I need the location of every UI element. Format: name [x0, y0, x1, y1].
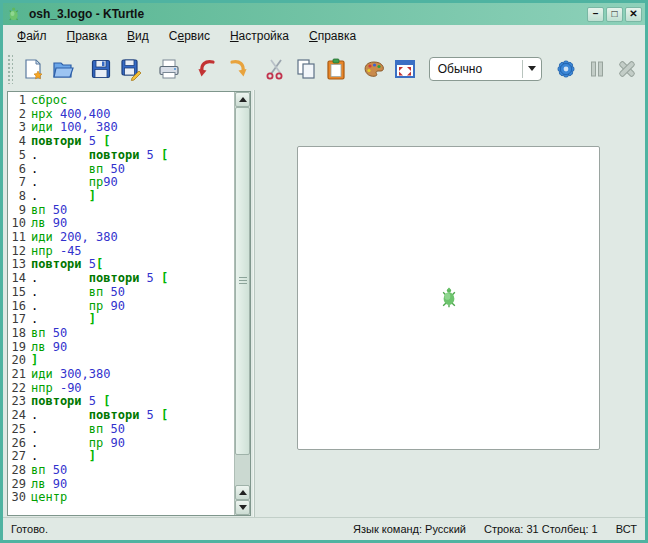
close-icon[interactable]: ✕: [625, 7, 642, 22]
print-icon[interactable]: [155, 54, 183, 84]
code-line: 26. пр 90: [10, 437, 234, 451]
code-line: 22нпр -90: [10, 382, 234, 396]
code-line: 14. повтори 5 [: [10, 272, 234, 286]
run-speed-combobox[interactable]: Обычно: [429, 57, 542, 81]
fullscreen-icon[interactable]: [390, 54, 418, 84]
window-title: osh_3.logo - KTurtle: [29, 7, 585, 21]
menu-help[interactable]: Справка: [301, 27, 364, 45]
menu-bar: Файл Правка Вид Сервис Настройка Справка: [3, 25, 645, 47]
scroll-up2-icon[interactable]: [235, 485, 250, 500]
menu-tools[interactable]: Сервис: [161, 27, 218, 45]
save-icon[interactable]: [87, 54, 115, 84]
run-speed-value: Обычно: [430, 62, 522, 76]
code-line: 25. вп 50: [10, 423, 234, 437]
code-line: 15. вп 50: [10, 286, 234, 300]
cut-icon[interactable]: [261, 54, 289, 84]
code-line: 21иди 300,380: [10, 368, 234, 382]
code-line: 10лв 90: [10, 217, 234, 231]
code-line: 2нрх 400,400: [10, 108, 234, 122]
pause-icon: [582, 54, 610, 84]
status-language: Язык команд: Русский: [353, 523, 466, 535]
code-line: 1сброс: [10, 94, 234, 108]
scrollbar-track[interactable]: [235, 107, 250, 485]
code-line: 7. пр90: [10, 176, 234, 190]
main-area: 1сброс2нрх 400,4003иди 100, 3804повтори …: [3, 90, 645, 517]
code-line: 8. ]: [10, 190, 234, 204]
status-message: Готово.: [11, 523, 353, 535]
redo-icon[interactable]: [224, 54, 252, 84]
code-line: 17. ]: [10, 313, 234, 327]
status-bar: Готово. Язык команд: Русский Строка: 31 …: [3, 517, 645, 540]
toolbar-handle[interactable]: [7, 54, 13, 84]
code-line: 28вп 50: [10, 464, 234, 478]
code-line: 29лв 90: [10, 478, 234, 492]
scroll-down-icon[interactable]: [235, 500, 250, 515]
kturtle-window: osh_3.logo - KTurtle – □ ✕ Файл Правка В…: [0, 0, 648, 543]
main-toolbar: Обычно: [3, 47, 645, 90]
turtle-canvas: [297, 146, 600, 450]
menu-view[interactable]: Вид: [119, 27, 157, 45]
maximize-icon[interactable]: □: [606, 7, 623, 22]
canvas-pane: [258, 90, 645, 517]
code-line: 24. повтори 5 [: [10, 409, 234, 423]
menu-edit[interactable]: Правка: [59, 27, 116, 45]
code-line: 6. вп 50: [10, 163, 234, 177]
pane-splitter[interactable]: [251, 90, 258, 517]
paste-icon[interactable]: [322, 54, 350, 84]
menu-settings[interactable]: Настройка: [222, 27, 297, 45]
code-line: 4повтори 5 [: [10, 135, 234, 149]
turtle-app-icon: [7, 6, 23, 22]
code-line: 27. ]: [10, 450, 234, 464]
menu-file[interactable]: Файл: [9, 27, 55, 45]
run-icon[interactable]: [552, 54, 580, 84]
new-file-icon[interactable]: [19, 54, 47, 84]
code-line: 13повтори 5[: [10, 258, 234, 272]
editor-vertical-scrollbar[interactable]: [234, 92, 250, 515]
scrollbar-thumb[interactable]: [235, 107, 250, 455]
code-line: 30центр: [10, 491, 234, 505]
scroll-up-icon[interactable]: [235, 92, 250, 107]
combo-dropdown-arrow-icon[interactable]: [523, 66, 541, 71]
turtle-sprite: [440, 287, 458, 310]
open-file-icon[interactable]: [49, 54, 77, 84]
code-line: 16. пр 90: [10, 300, 234, 314]
code-lines[interactable]: 1сброс2нрх 400,4003иди 100, 3804повтори …: [8, 92, 234, 515]
code-line: 20]: [10, 354, 234, 368]
code-editor: 1сброс2нрх 400,4003иди 100, 3804повтори …: [7, 91, 251, 516]
code-line: 12нпр -45: [10, 245, 234, 259]
code-line: 18вп 50: [10, 327, 234, 341]
undo-icon[interactable]: [193, 54, 221, 84]
code-line: 5. повтори 5 [: [10, 149, 234, 163]
title-bar: osh_3.logo - KTurtle – □ ✕: [3, 3, 645, 25]
code-line: 11иди 200, 380: [10, 231, 234, 245]
status-insert-mode: ВСТ: [616, 523, 637, 535]
save-as-icon[interactable]: [117, 54, 145, 84]
minimize-icon[interactable]: –: [587, 7, 604, 22]
code-line: 23повтори 5 [: [10, 395, 234, 409]
abort-icon: [613, 54, 641, 84]
colors-icon[interactable]: [360, 54, 388, 84]
copy-icon[interactable]: [292, 54, 320, 84]
code-line: 9вп 50: [10, 204, 234, 218]
code-line: 3иди 100, 380: [10, 121, 234, 135]
status-cursor-position: Строка: 31 Столбец: 1: [484, 523, 598, 535]
code-line: 19лв 90: [10, 341, 234, 355]
